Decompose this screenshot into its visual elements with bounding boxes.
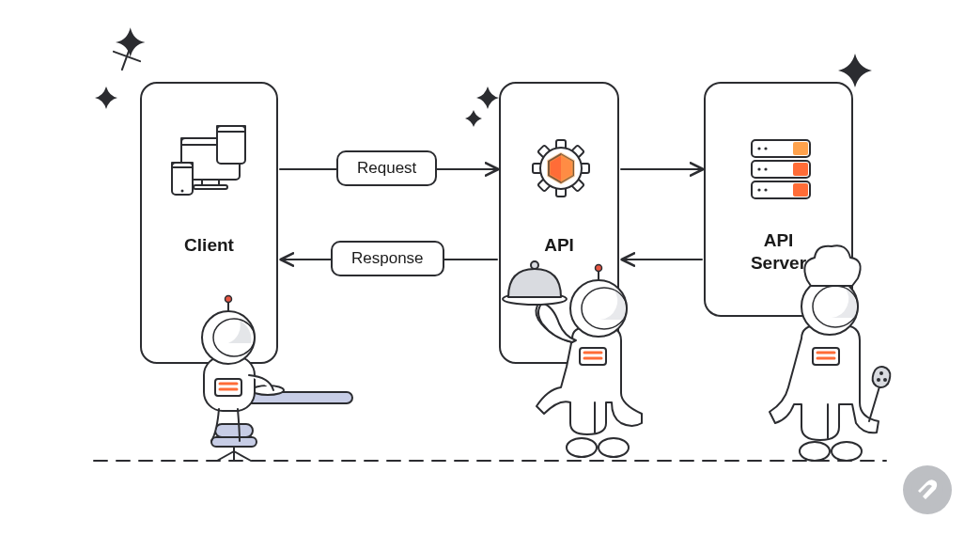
postman-icon [911, 474, 943, 506]
svg-point-68 [879, 371, 883, 375]
diagram-canvas: Client [0, 0, 980, 535]
svg-point-49 [567, 438, 597, 457]
svg-point-46 [226, 296, 232, 303]
svg-point-38 [252, 386, 284, 395]
svg-line-66 [869, 384, 880, 421]
postman-logo-badge [903, 465, 952, 514]
svg-point-55 [531, 261, 538, 269]
svg-rect-40 [215, 379, 241, 396]
astronaut-waiter [503, 261, 642, 457]
characters-layer [0, 0, 980, 535]
svg-point-62 [832, 442, 862, 461]
svg-point-69 [877, 378, 880, 382]
svg-rect-34 [211, 437, 257, 447]
request-edge-label: Request [336, 150, 437, 186]
svg-point-74 [911, 474, 943, 506]
svg-rect-63 [813, 348, 839, 365]
svg-rect-51 [580, 348, 606, 365]
svg-point-50 [599, 438, 629, 457]
response-edge-label: Response [331, 241, 444, 276]
svg-point-75 [931, 480, 936, 485]
svg-rect-67 [871, 365, 892, 388]
svg-point-61 [800, 442, 830, 461]
svg-point-70 [883, 378, 887, 382]
astronaut-chef [770, 245, 892, 461]
astronaut-customer [202, 296, 352, 462]
svg-point-59 [596, 265, 602, 272]
svg-rect-35 [215, 424, 253, 437]
